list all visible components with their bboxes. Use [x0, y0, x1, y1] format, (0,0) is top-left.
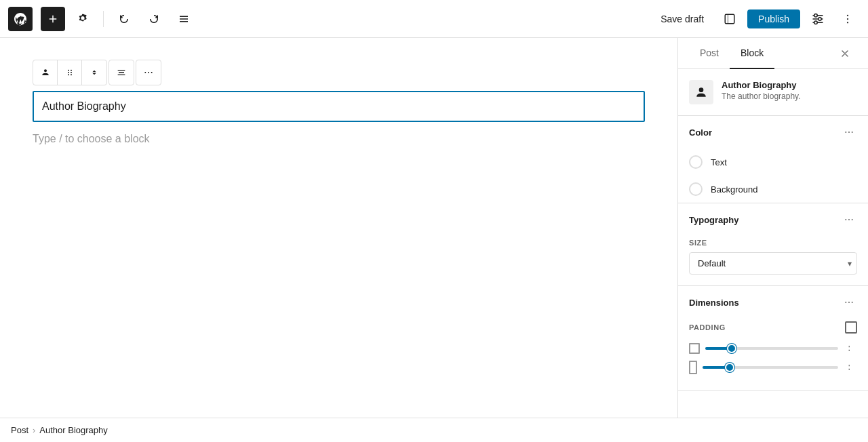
svg-point-18 [144, 72, 146, 73]
svg-point-14 [68, 72, 69, 73]
svg-point-11 [44, 69, 47, 72]
align-button[interactable] [109, 60, 134, 85]
publish-button[interactable]: Publish [747, 9, 800, 28]
dimensions-more-button[interactable] [841, 294, 857, 310]
block-type-button[interactable] [33, 60, 58, 85]
sidebar-tabs: Post Block [678, 38, 868, 69]
add-block-button[interactable] [41, 7, 65, 31]
svg-rect-1 [728, 14, 728, 24]
dimensions-title: Dimensions [689, 298, 739, 308]
color-more-button[interactable] [841, 124, 857, 140]
block-description: The author biography. [722, 92, 801, 101]
drag-handle-button[interactable] [58, 60, 82, 85]
size-select[interactable]: Default [689, 252, 857, 275]
move-up-down-button[interactable] [82, 60, 106, 85]
more-options-button[interactable] [136, 60, 161, 85]
padding-vertical-icon [689, 361, 697, 374]
svg-point-16 [68, 74, 69, 75]
padding-slider-row-2 [689, 361, 857, 374]
padding-label: PADDING [689, 321, 857, 334]
typography-more-button[interactable] [841, 212, 857, 228]
options-button[interactable] [835, 7, 860, 31]
block-toolbar-group-2 [108, 60, 134, 85]
typography-panel-header[interactable]: Typography [678, 203, 868, 236]
padding-slider-row-1 [689, 342, 857, 355]
redo-button[interactable] [142, 7, 166, 31]
background-color-label: Background [711, 184, 757, 195]
background-color-circle [689, 182, 703, 196]
block-info: Author Biography The author biography. [678, 69, 868, 116]
save-draft-button[interactable]: Save draft [652, 9, 712, 28]
dimensions-section: Dimensions PADDING [678, 286, 868, 391]
tools-button[interactable] [71, 7, 95, 31]
breadcrumb: Post › Author Biography [0, 418, 868, 442]
slider-adjust-1[interactable] [844, 342, 857, 355]
block-info-text: Author Biography The author biography. [722, 80, 801, 101]
svg-point-15 [71, 72, 72, 73]
undo-button[interactable] [112, 7, 136, 31]
svg-point-19 [148, 72, 149, 73]
svg-point-28 [845, 302, 846, 303]
padding-slider-1-wrapper [705, 347, 838, 350]
svg-point-12 [68, 70, 69, 71]
background-color-option[interactable]: Background [678, 176, 868, 203]
svg-point-22 [845, 132, 846, 133]
top-bar: Save draft Publish [0, 0, 868, 38]
right-sidebar: Post Block Author Biography The author b… [677, 38, 868, 418]
view-button[interactable] [717, 7, 742, 31]
block-toolbar-group-1 [33, 60, 107, 85]
sidebar-close-button[interactable] [833, 41, 857, 66]
padding-slider-2-wrapper [703, 366, 838, 369]
block-tab[interactable]: Block [730, 38, 774, 69]
text-color-circle [689, 155, 703, 169]
breadcrumb-post[interactable]: Post [11, 425, 28, 435]
color-title: Color [689, 127, 712, 138]
top-bar-right: Save draft Publish [652, 7, 860, 31]
editor-area: Author Biography Type / to choose a bloc… [0, 38, 677, 418]
breadcrumb-separator: › [33, 425, 35, 435]
separator [103, 11, 104, 27]
color-panel-header[interactable]: Color [678, 116, 868, 148]
svg-point-30 [852, 302, 853, 303]
svg-point-10 [847, 22, 848, 23]
size-label: SIZE [689, 239, 857, 247]
svg-point-27 [852, 219, 853, 220]
typography-content: SIZE Default ▾ [678, 236, 868, 285]
svg-point-17 [71, 74, 72, 75]
dimensions-panel-header[interactable]: Dimensions [678, 286, 868, 319]
typography-title: Typography [689, 215, 738, 225]
document-overview-button[interactable] [172, 7, 196, 31]
author-bio-block[interactable]: Author Biography [33, 91, 645, 122]
editor-placeholder: Type / to choose a block [33, 133, 645, 145]
typography-section: Typography SIZE Default ▾ [678, 203, 868, 286]
svg-point-20 [151, 72, 153, 73]
block-toolbar [33, 60, 645, 85]
text-color-label: Text [711, 157, 727, 167]
svg-point-13 [71, 70, 72, 71]
svg-point-6 [818, 17, 822, 20]
svg-point-23 [848, 132, 850, 133]
wp-logo [8, 7, 33, 31]
breadcrumb-current: Author Biography [39, 425, 107, 435]
padding-icon [845, 321, 857, 334]
size-select-wrapper: Default ▾ [689, 252, 857, 275]
block-toolbar-group-3 [136, 60, 161, 85]
svg-point-8 [847, 14, 848, 16]
slider-adjust-2[interactable] [844, 361, 857, 374]
settings-button[interactable] [806, 7, 830, 31]
svg-point-25 [845, 219, 846, 220]
svg-point-9 [847, 18, 848, 19]
svg-point-29 [848, 302, 850, 303]
post-tab[interactable]: Post [689, 38, 730, 69]
svg-point-26 [848, 219, 850, 220]
block-icon [689, 80, 713, 104]
text-color-option[interactable]: Text [678, 148, 868, 176]
svg-point-24 [852, 132, 853, 133]
main-layout: Author Biography Type / to choose a bloc… [0, 38, 868, 418]
svg-rect-0 [725, 14, 734, 24]
padding-horizontal-icon [689, 343, 700, 354]
dimensions-content: PADDING [678, 319, 868, 390]
color-section: Color Text Background [678, 116, 868, 203]
svg-point-5 [814, 14, 818, 17]
svg-point-7 [814, 21, 818, 24]
